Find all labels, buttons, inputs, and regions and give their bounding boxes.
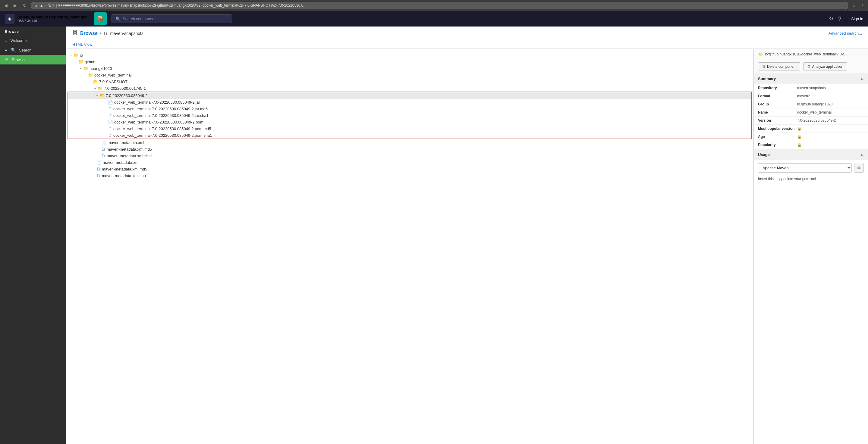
- key-name: Name: [758, 110, 797, 115]
- menu-icon[interactable]: ⋮: [859, 2, 866, 9]
- tree-panel: − 📁 io − 📁 github − 📁 huangxi1020: [66, 49, 753, 444]
- forward-button[interactable]: ▶: [12, 2, 19, 9]
- tree-item-meta2md5[interactable]: 🗋 maven-metadata.xml.md5: [66, 166, 753, 172]
- usage-header: Usage ▲: [754, 149, 868, 160]
- sidebar: Browse ○ Welcome ▶ 🔍 Search ☰ Browse: [0, 27, 66, 444]
- tree-item-ver1[interactable]: + 📁 7.0-20220530.061745-1: [66, 85, 753, 92]
- folder-icon-snapshot: 📁: [93, 79, 98, 84]
- key-repository: Repository: [758, 86, 797, 90]
- key-group: Group: [758, 102, 797, 106]
- collapse-icon[interactable]: ▲: [860, 76, 864, 81]
- tree-item-huangxi1020[interactable]: − 📁 huangxi1020: [66, 65, 753, 72]
- tree-item-jarsha1[interactable]: 🗋 docker_web_terminal-7.0-20220530.08504…: [68, 112, 751, 119]
- toggle-io[interactable]: −: [69, 54, 73, 57]
- search-box[interactable]: 🔍 Search components: [112, 14, 232, 23]
- value-name: docker_web_terminal: [797, 110, 864, 115]
- back-button[interactable]: ◀: [2, 2, 9, 9]
- tree-label-ver2: 7.0-20220530.085049-2: [106, 93, 148, 98]
- tree-label-ver1: 7.0-20220530.061745-1: [104, 86, 146, 91]
- tree-item-meta1md5[interactable]: 🗋 maven-metadata.xml.md5: [66, 146, 753, 152]
- toggle-docker-web-terminal[interactable]: −: [83, 73, 88, 77]
- refresh-icon[interactable]: ↻: [829, 15, 833, 22]
- tree-item-pom[interactable]: 📄 docker_web_terminal-7.0-20220530.08504…: [68, 119, 751, 125]
- security-icon: ▲: [35, 4, 38, 7]
- advanced-search-link[interactable]: Advanced search...: [829, 31, 862, 36]
- tree-item-meta2sha1[interactable]: 🗋 maven-metadata.xml.sha1: [66, 172, 753, 179]
- sidebar-item-browse[interactable]: ☰ Browse: [0, 55, 66, 64]
- browser-right-icons: ☆ ⋮: [851, 2, 866, 9]
- search-placeholder: Search components: [123, 17, 158, 21]
- summary-row-group: Group io.github.huangxi1020: [754, 100, 868, 108]
- tree-label-pom: docker_web_terminal-7.0-20220530.085049-…: [114, 120, 204, 124]
- value-group: io.github.huangxi1020: [797, 102, 864, 106]
- help-icon[interactable]: ?: [838, 15, 841, 22]
- app-subtitle: OSS 3.38.1-01: [18, 19, 87, 23]
- toggle-snapshot[interactable]: −: [88, 80, 93, 84]
- tree-label-io: io: [80, 53, 83, 58]
- selection-box: − 📂 7.0-20220530.085049-2 📄 docker_web_t…: [67, 92, 752, 139]
- key-age: Age: [758, 135, 797, 139]
- gear-icon: ⚙: [807, 64, 811, 69]
- breadcrumb-browse[interactable]: Browse: [80, 31, 98, 36]
- tree-item-github[interactable]: − 📁 github: [66, 58, 753, 65]
- toggle-huangxi1020[interactable]: −: [79, 67, 83, 70]
- repo-icon: 🗋: [103, 31, 107, 36]
- value-version: 7.0-20220530.085049-2: [797, 118, 864, 123]
- browse-mode-icon: 📦: [94, 12, 107, 25]
- file-icon-meta1: 📄: [101, 140, 106, 145]
- logo-text-group: Sonatype Nexus Repository Manager OSS 3.…: [18, 15, 87, 23]
- usage-format-select[interactable]: Apache Maven Gradle sbt Ivy Grape Leinin…: [758, 163, 852, 172]
- delete-component-button[interactable]: 🗑 Delete component: [758, 62, 800, 70]
- tree-item-meta1[interactable]: 📄 maven-metadata.xml: [66, 139, 753, 146]
- tree-item-meta2[interactable]: 📄 maven-metadata.xml: [66, 159, 753, 166]
- tree-item-jarmd5[interactable]: 🗋 docker_web_terminal-7.0-20220530.08504…: [68, 105, 751, 112]
- tree-item-ver2[interactable]: − 📂 7.0-20220530.085049-2: [68, 92, 751, 99]
- tree-item-jar[interactable]: 📄 docker_web_terminal-7.0-20220530.08504…: [68, 99, 751, 105]
- tree-item-io[interactable]: − 📁 io: [66, 52, 753, 58]
- browse-icon: ☰: [5, 57, 9, 62]
- folder-icon-ver2: 📂: [99, 93, 104, 98]
- breadcrumb-repo: maven-snapshots: [110, 31, 144, 36]
- tree-item-docker-web-terminal[interactable]: − 📁 docker_web_terminal: [66, 72, 753, 78]
- summary-row-version: Version 7.0-20220530.085049-2: [754, 117, 868, 125]
- summary-row-popular-version: Most popular version 🔒: [754, 125, 868, 133]
- address-text: ▲ 不安全 | ■■■■■■■■■■:8081/#browse/browse:m…: [40, 3, 307, 8]
- usage-collapse-icon[interactable]: ▲: [860, 152, 864, 157]
- detail-path-text: io/github/huangxi1020/docker_web_termina…: [765, 52, 848, 56]
- tree-item-meta1sha1[interactable]: 🗋 maven-metadata.xml.sha1: [66, 152, 753, 159]
- toggle-github[interactable]: −: [73, 60, 79, 64]
- toggle-ver1[interactable]: +: [93, 87, 98, 90]
- folder-icon-docker-web-terminal: 📁: [88, 72, 93, 77]
- sidebar-item-search[interactable]: ▶ 🔍 Search: [0, 45, 66, 55]
- usage-select-row: Apache Maven Gradle sbt Ivy Grape Leinin…: [754, 160, 868, 176]
- tree-item-pomsha1[interactable]: 🗋 docker_web_terminal-7.0-20220530.08504…: [68, 132, 751, 138]
- content-area: 🗄 Browse / 🗋 maven-snapshots Advanced se…: [66, 27, 868, 444]
- toggle-ver2[interactable]: −: [95, 94, 99, 97]
- tree-label-docker-web-terminal: docker_web_terminal: [94, 73, 132, 77]
- file-icon-meta2sha1: 🗋: [96, 173, 101, 178]
- content-body: − 📁 io − 📁 github − 📁 huangxi1020: [66, 49, 868, 444]
- tree-label-github: github: [85, 60, 95, 64]
- folder-icon-huangxi1020: 📁: [83, 66, 88, 71]
- html-view-link[interactable]: HTML View: [72, 42, 92, 47]
- reload-button[interactable]: ↻: [21, 2, 28, 9]
- welcome-icon: ○: [5, 38, 7, 43]
- tree-label-pommd5: docker_web_terminal-7.0-20220530.085049-…: [113, 127, 211, 131]
- sidebar-item-welcome[interactable]: ○ Welcome: [0, 36, 66, 45]
- value-repository: maven-snapshots: [797, 86, 864, 90]
- copy-button[interactable]: ⧉: [854, 163, 864, 172]
- summary-section: Summary ▲ Repository maven-snapshots For…: [754, 73, 868, 149]
- signin-button[interactable]: → Sign in: [846, 17, 863, 21]
- tree-label-meta1: maven-metadata.xml: [107, 140, 144, 145]
- tree-item-pommd5[interactable]: 🗋 docker_web_terminal-7.0-20220530.08504…: [68, 125, 751, 132]
- summary-label: Summary: [758, 76, 776, 81]
- address-bar[interactable]: ▲ ▲ 不安全 | ■■■■■■■■■■:8081/#browse/browse…: [31, 2, 848, 9]
- lock-icon-popular: 🔒: [797, 127, 802, 131]
- usage-section: Usage ▲ Apache Maven Gradle sbt Ivy Grap…: [754, 149, 868, 184]
- bookmark-icon[interactable]: ☆: [851, 2, 857, 9]
- summary-row-format: Format maven2: [754, 92, 868, 100]
- tree-item-snapshot[interactable]: − 📁 7.0-SNAPSHOT: [66, 78, 753, 85]
- key-format: Format: [758, 94, 797, 98]
- analyze-application-button[interactable]: ⚙ Analyze application: [803, 62, 847, 70]
- file-icon-pom: 📄: [108, 120, 113, 124]
